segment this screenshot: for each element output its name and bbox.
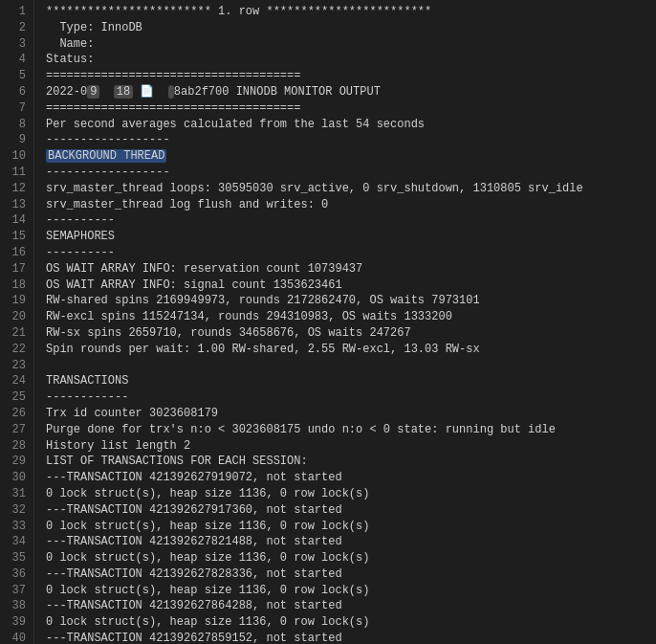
code-line-16: ---------- bbox=[46, 245, 656, 261]
line-num-25: 25 bbox=[0, 389, 33, 406]
code-line-40: ---TRANSACTION 421392627859152, not star… bbox=[46, 631, 656, 644]
code-line-4: Status: bbox=[46, 52, 656, 68]
line-num-17: 17 bbox=[0, 261, 33, 278]
code-line-25: ------------ bbox=[46, 389, 656, 406]
code-line-11: ------------------ bbox=[46, 165, 656, 181]
code-line-27: Purge done for trx's n:o < 3023608175 un… bbox=[46, 422, 656, 438]
line-num-24: 24 bbox=[0, 373, 33, 389]
line-num-30: 30 bbox=[0, 470, 33, 486]
line-num-10: 10 bbox=[0, 148, 33, 165]
code-line-39: 0 lock struct(s), heap size 1136, 0 row … bbox=[46, 614, 656, 631]
line-num-34: 34 bbox=[0, 534, 33, 550]
line-num-13: 13 bbox=[0, 197, 33, 213]
code-line-33: 0 lock struct(s), heap size 1136, 0 row … bbox=[46, 519, 656, 535]
code-line-24: TRANSACTIONS bbox=[46, 373, 656, 389]
code-line-14: ---------- bbox=[46, 212, 656, 229]
code-area[interactable]: ************************ 1. row ********… bbox=[34, 0, 656, 644]
line-num-15: 15 bbox=[0, 229, 33, 245]
code-line-34: ---TRANSACTION 421392627821488, not star… bbox=[46, 534, 656, 550]
code-line-20: RW-excl spins 115247134, rounds 29431098… bbox=[46, 309, 656, 325]
code-line-3: Name: bbox=[46, 36, 656, 53]
line-num-28: 28 bbox=[0, 438, 33, 455]
line-num-16: 16 bbox=[0, 245, 33, 261]
line-numbers: 1 2 3 4 5 6 7 8 9 10 11 12 13 14 15 16 1… bbox=[0, 0, 34, 644]
line-num-40: 40 bbox=[0, 631, 33, 644]
line-num-29: 29 bbox=[0, 454, 33, 470]
code-line-36: ---TRANSACTION 421392627828336, not star… bbox=[46, 566, 656, 583]
line-num-38: 38 bbox=[0, 598, 33, 614]
line-num-5: 5 bbox=[0, 68, 33, 84]
code-line-28: History list length 2 bbox=[46, 438, 656, 455]
line-num-22: 22 bbox=[0, 342, 33, 358]
line-num-3: 3 bbox=[0, 36, 33, 53]
line-num-19: 19 bbox=[0, 293, 33, 309]
line-num-23: 23 bbox=[0, 358, 33, 374]
line-num-26: 26 bbox=[0, 406, 33, 422]
line-num-21: 21 bbox=[0, 325, 33, 342]
code-line-21: RW-sx spins 2659710, rounds 34658676, OS… bbox=[46, 325, 656, 342]
redacted-time: 18 bbox=[114, 85, 133, 99]
code-line-8: Per second averages calculated from the … bbox=[46, 117, 656, 133]
code-line-19: RW-shared spins 2169949973, rounds 21728… bbox=[46, 293, 656, 309]
code-line-23 bbox=[46, 358, 656, 374]
code-line-35: 0 lock struct(s), heap size 1136, 0 row … bbox=[46, 550, 656, 566]
code-line-6: 2022-09 18 📄 8ab2f700 INNODB MONITOR OUT… bbox=[46, 84, 656, 100]
code-line-26: Trx id counter 3023608179 bbox=[46, 406, 656, 422]
line-num-9: 9 bbox=[0, 132, 33, 148]
code-line-30: ---TRANSACTION 421392627919072, not star… bbox=[46, 470, 656, 486]
line-num-37: 37 bbox=[0, 583, 33, 599]
line-num-2: 2 bbox=[0, 20, 33, 36]
code-line-38: ---TRANSACTION 421392627864288, not star… bbox=[46, 598, 656, 614]
line-num-11: 11 bbox=[0, 165, 33, 181]
line-num-18: 18 bbox=[0, 278, 33, 294]
code-line-2: Type: InnoDB bbox=[46, 20, 656, 36]
code-line-10: BACKGROUND THREAD bbox=[46, 148, 656, 165]
redacted-date: 9 bbox=[87, 85, 99, 99]
code-line-17: OS WAIT ARRAY INFO: reservation count 10… bbox=[46, 261, 656, 278]
code-line-13: srv_master_thread log flush and writes: … bbox=[46, 197, 656, 213]
code-line-15: SEMAPHORES bbox=[46, 229, 656, 245]
line-num-39: 39 bbox=[0, 614, 33, 631]
code-line-18: OS WAIT ARRAY INFO: signal count 1353623… bbox=[46, 278, 656, 294]
line-num-31: 31 bbox=[0, 486, 33, 502]
line-num-14: 14 bbox=[0, 212, 33, 229]
line-num-12: 12 bbox=[0, 181, 33, 197]
editor-container: 1 2 3 4 5 6 7 8 9 10 11 12 13 14 15 16 1… bbox=[0, 0, 656, 644]
code-line-31: 0 lock struct(s), heap size 1136, 0 row … bbox=[46, 486, 656, 502]
code-line-32: ---TRANSACTION 421392627917360, not star… bbox=[46, 502, 656, 519]
code-line-5: ===================================== bbox=[46, 68, 656, 84]
code-line-22: Spin rounds per wait: 1.00 RW-shared, 2.… bbox=[46, 342, 656, 358]
line-num-27: 27 bbox=[0, 422, 33, 438]
line-num-35: 35 bbox=[0, 550, 33, 566]
line-num-1: 1 bbox=[0, 4, 33, 20]
code-line-37: 0 lock struct(s), heap size 1136, 0 row … bbox=[46, 583, 656, 599]
code-line-29: LIST OF TRANSACTIONS FOR EACH SESSION: bbox=[46, 454, 656, 470]
line-num-7: 7 bbox=[0, 100, 33, 117]
code-line-12: srv_master_thread loops: 30595030 srv_ac… bbox=[46, 181, 656, 197]
code-line-9: ------------------ bbox=[46, 132, 656, 148]
line-num-4: 4 bbox=[0, 52, 33, 68]
line-num-32: 32 bbox=[0, 502, 33, 519]
line-num-6: 6 bbox=[0, 84, 33, 100]
line-num-8: 8 bbox=[0, 117, 33, 133]
line-num-20: 20 bbox=[0, 309, 33, 325]
code-line-1: ************************ 1. row ********… bbox=[46, 4, 656, 20]
line-num-33: 33 bbox=[0, 519, 33, 535]
line-num-36: 36 bbox=[0, 566, 33, 583]
redacted-id bbox=[168, 85, 174, 99]
code-line-7: ===================================== bbox=[46, 100, 656, 117]
